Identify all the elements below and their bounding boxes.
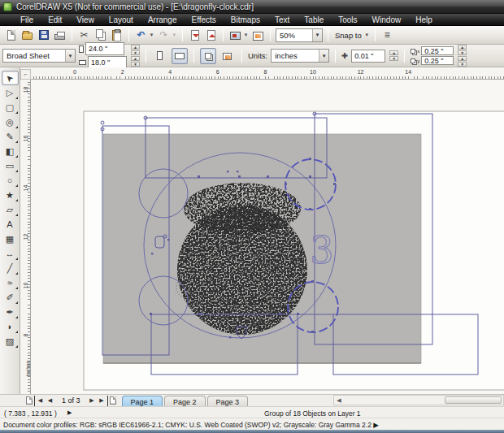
undo-dropdown-arrow[interactable]: ▼ xyxy=(149,32,154,37)
options-button[interactable]: ≡ xyxy=(380,28,394,42)
status-flyout-arrow[interactable]: ▶ xyxy=(67,409,72,416)
tab-page-1[interactable]: Page 1 xyxy=(122,396,163,407)
menu-bitmaps[interactable]: Bitmaps xyxy=(224,14,267,26)
menu-view[interactable]: View xyxy=(69,14,102,26)
import-button[interactable] xyxy=(188,28,202,42)
welcome-screen-button[interactable] xyxy=(251,28,265,42)
current-page-button[interactable] xyxy=(219,48,236,64)
eyedropper-tool[interactable]: ✐ xyxy=(2,290,19,305)
h-ruler-tick-14: 14 xyxy=(405,69,411,75)
page-preset-combobox[interactable]: Broad Sheet ▼ xyxy=(2,49,76,63)
copy-button[interactable] xyxy=(93,28,107,42)
duplicate-spinner[interactable]: ▲▼▲▼ xyxy=(458,45,467,67)
portrait-button[interactable] xyxy=(152,48,168,64)
application-launcher-button[interactable] xyxy=(228,28,242,42)
page-size-spinner[interactable]: ▲▼▲▼ xyxy=(131,45,140,67)
current-page-icon xyxy=(223,53,232,60)
page-width-field[interactable]: 24.0 " xyxy=(85,42,124,55)
menu-text[interactable]: Text xyxy=(267,14,297,26)
units-label: Units: xyxy=(248,51,267,60)
nudge-distance-field[interactable]: 0.01 " xyxy=(351,50,385,63)
tab-page-3[interactable]: Page 3 xyxy=(207,396,249,407)
next-page-button[interactable]: ▶ xyxy=(87,396,98,406)
canvas-viewport[interactable]: 3 xyxy=(31,80,504,394)
nudge-spinner[interactable]: ▲▼ xyxy=(389,50,398,61)
undo-button[interactable]: ↶ xyxy=(134,28,148,42)
menu-edit[interactable]: Edit xyxy=(41,14,69,26)
zoom-tool-icon: ◎ xyxy=(6,117,14,128)
outline-pen-tool[interactable]: ✒ xyxy=(2,305,19,319)
menu-layout[interactable]: Layout xyxy=(102,14,141,26)
crop-tool[interactable]: ▢ xyxy=(2,100,19,115)
freehand-tool[interactable]: ✎ xyxy=(2,129,19,144)
landscape-button[interactable] xyxy=(172,48,188,64)
table-tool[interactable]: ▦ xyxy=(2,232,19,246)
dimension-tool[interactable]: ↔ xyxy=(2,246,19,261)
last-page-button[interactable]: ▶ xyxy=(98,396,108,406)
scrollbar-thumb[interactable] xyxy=(445,396,502,404)
menu-table[interactable]: Table xyxy=(297,14,331,26)
connector-tool[interactable]: ╱ xyxy=(2,261,19,275)
print-button[interactable] xyxy=(53,28,67,42)
rectangle-tool[interactable]: ▭ xyxy=(2,158,19,173)
open-button[interactable] xyxy=(20,28,34,42)
welcome-screen-icon xyxy=(253,32,263,41)
units-dropdown-button[interactable]: ▼ xyxy=(319,50,328,62)
shape-tool[interactable]: ▷ xyxy=(2,85,19,100)
polygon-tool[interactable]: ★ xyxy=(2,188,19,202)
v-ruler-tick-10: 10 xyxy=(23,282,28,290)
cut-button[interactable]: ✂ xyxy=(77,28,91,42)
snap-to-button[interactable]: Snap to xyxy=(335,31,362,40)
standard-toolbar: ✂ ↶ ▼ ↷ ▼ ▼ 50% ▼ Snap to ▼ ≡ xyxy=(0,26,504,45)
clock-numeral-3[interactable]: 3 xyxy=(310,228,333,272)
redo-button[interactable]: ↷ xyxy=(157,28,171,42)
drawing-canvas[interactable]: 3 xyxy=(31,80,504,394)
blend-tool[interactable]: ≈ xyxy=(2,275,19,290)
ruler-origin-button[interactable]: ⌐ xyxy=(20,69,31,80)
table-tool-icon: ▦ xyxy=(6,234,14,245)
vertical-ruler[interactable]: inches 18161412108 xyxy=(20,80,31,394)
all-pages-button[interactable] xyxy=(200,48,216,64)
menu-arrange[interactable]: Arrange xyxy=(141,14,185,26)
menu-file[interactable]: File xyxy=(13,14,41,26)
menu-help[interactable]: Help xyxy=(408,14,440,26)
menu-tools[interactable]: Tools xyxy=(331,14,364,26)
paste-button[interactable] xyxy=(110,28,124,42)
duplicate-y-field[interactable]: 0.25 " xyxy=(421,56,454,65)
launcher-dropdown-arrow[interactable]: ▼ xyxy=(243,32,249,37)
menu-effects[interactable]: Effects xyxy=(184,14,223,26)
add-page-end-button[interactable] xyxy=(108,396,119,406)
scroll-left-arrow[interactable]: ◀ xyxy=(334,397,344,404)
v-ruler-tick-14: 14 xyxy=(23,184,28,192)
horizontal-ruler[interactable]: 02468101214 xyxy=(31,69,504,80)
page-preset-dropdown-button[interactable]: ▼ xyxy=(65,50,75,62)
zoom-tool[interactable]: ◎ xyxy=(2,115,19,129)
menu-window[interactable]: Window xyxy=(365,14,409,26)
units-combobox[interactable]: inches ▼ xyxy=(271,49,329,63)
v-ruler-tick-8: 8 xyxy=(23,331,28,339)
duplicate-x-field[interactable]: 0.25 " xyxy=(421,46,454,55)
pick-tool[interactable]: ➤ xyxy=(2,71,19,85)
add-page-start-button[interactable] xyxy=(24,396,34,406)
snap-to-dropdown-arrow[interactable]: ▼ xyxy=(364,32,370,37)
zoom-level-combobox[interactable]: 50% ▼ xyxy=(276,28,323,42)
basic-shapes-tool[interactable]: ▱ xyxy=(2,202,19,217)
save-button[interactable] xyxy=(37,28,50,42)
flyout-indicator xyxy=(15,301,18,304)
horizontal-scrollbar[interactable]: ◀ xyxy=(333,395,504,405)
zoom-dropdown-button[interactable]: ▼ xyxy=(312,29,322,41)
export-button[interactable] xyxy=(204,28,218,42)
fill-tool[interactable]: ◗ xyxy=(2,319,19,334)
flyout-indicator xyxy=(15,155,18,158)
new-document-button[interactable] xyxy=(4,28,18,42)
first-page-button[interactable]: ◀ xyxy=(34,396,45,406)
smart-fill-tool[interactable]: ◧ xyxy=(2,144,19,158)
text-tool[interactable]: A xyxy=(2,217,19,232)
previous-page-button[interactable]: ◀ xyxy=(45,396,55,406)
redo-dropdown-arrow[interactable]: ▼ xyxy=(172,32,177,37)
interactive-fill-tool[interactable]: ▨ xyxy=(2,334,19,349)
tab-page-2[interactable]: Page 2 xyxy=(164,396,206,407)
ellipse-tool[interactable]: ○ xyxy=(2,173,19,188)
smart-fill-tool-icon: ◧ xyxy=(6,146,14,157)
v-ruler-tick-16: 16 xyxy=(23,135,28,143)
